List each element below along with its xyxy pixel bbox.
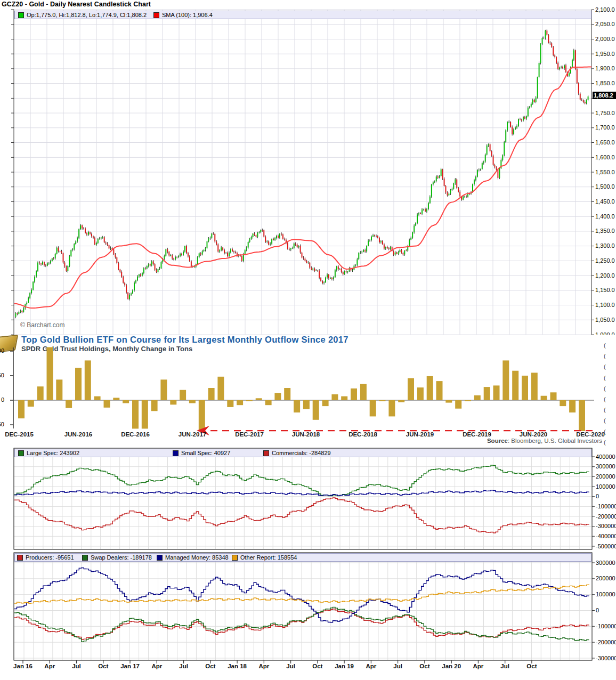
commercials-swatch-icon (263, 450, 269, 456)
price-axis-label: 1,400.0 (595, 213, 615, 220)
cot-x-label: Jan 16 (13, 663, 33, 669)
small-spec-label: Small Spec: 40927 (181, 450, 230, 456)
etf-right-axis-glyph: ( (604, 375, 606, 381)
price-axis-label: 1,550.0 (595, 169, 615, 176)
cot-y-label: 400000 (596, 454, 615, 460)
cot-legacy-legend: Large Spec: 243902 Small Spec: 40927 Com… (14, 449, 591, 457)
cot-x-label: Jul (500, 663, 509, 669)
cot-y-label: -100000 (596, 623, 616, 630)
small-spec-swatch-icon (173, 450, 179, 456)
etf-right-axis-glyph: ( (604, 385, 606, 392)
legend-large-spec: Large Spec: 243902 (18, 450, 79, 456)
etf-right-axis-glyph: ( (604, 396, 606, 402)
ohlc-swatch-icon (18, 12, 24, 18)
cot-x-label: Jul (72, 663, 81, 669)
cot-x-label: Jul (393, 663, 402, 669)
swap-dealers-label: Swap Dealers: -189178 (91, 554, 152, 561)
price-axis-label: 1,500.0 (595, 183, 615, 190)
cot-y-label: 0 (596, 493, 599, 500)
chart-candlestick: GCZ20 - Gold - Daily Nearest Candlestick… (0, 0, 616, 335)
price-axis-label: 1,700.0 (595, 124, 615, 131)
legend-producers: Producers: -95651 (17, 554, 74, 561)
cot-y-label: 200000 (596, 575, 615, 582)
legend-ohlc: Op:1,775.0, Hi:1,812.8, Lo:1,774.9, Cl:1… (18, 12, 147, 18)
cot-y-label: -200000 (596, 639, 616, 646)
legend-other-report: Other Report: 158554 (232, 554, 297, 561)
etf-x-label: JUN-2019 (406, 431, 434, 438)
sma-swatch-icon (153, 12, 159, 18)
cot-x-label: Jan 20 (442, 663, 461, 669)
price-axis-label: 1,450.0 (595, 198, 615, 205)
etf-right-axis-glyph: ( (604, 407, 606, 413)
last-price-tag: 1,808.2 (593, 92, 616, 99)
price-axis-label: 1,600.0 (595, 154, 615, 161)
producers-swatch-icon (17, 555, 23, 561)
cot-y-label: 100000 (596, 591, 615, 598)
legend-ohlc-label: Op:1,775.0, Hi:1,812.8, Lo:1,774.9, Cl:1… (27, 12, 147, 18)
price-axis-label: 1,200.0 (595, 272, 615, 279)
cot-x-label: Jul (179, 663, 188, 669)
cot-x-label: Oct (98, 663, 108, 669)
price-axis-label: 1,050.0 (595, 317, 615, 323)
price-axis-label: 1,250.0 (595, 257, 615, 264)
barchart-watermark: © Barchart.com (20, 321, 65, 329)
producers-label: Producers: -95651 (26, 554, 74, 561)
etf-x-label: JUN-2018 (292, 431, 320, 438)
etf-x-label: DEC-2019 (463, 431, 491, 438)
source-note: Source: Bloomberg, U.S. Global Investors (487, 438, 602, 444)
cot-y-label: 300000 (596, 560, 615, 566)
cot-x-label: Apr (258, 663, 269, 669)
price-axis-label: 1,900.0 (595, 65, 615, 72)
other-report-label: Other Report: 158554 (240, 554, 297, 561)
etf-right-axis-glyph: ( (604, 342, 606, 349)
price-axis-label: 1,150.0 (595, 287, 615, 294)
cot-y-label: -200000 (596, 513, 616, 520)
legend-sma-label: SMA (100): 1,906.4 (162, 12, 213, 18)
etf-right-axis-glyph: ( (604, 428, 606, 435)
cot-x-label: Apr (151, 663, 162, 669)
cot-x-label: Jul (286, 663, 295, 669)
cot-x-label: Oct (312, 663, 322, 669)
cot-y-label: 100000 (596, 483, 615, 490)
price-axis-label: 1,350.0 (595, 228, 615, 234)
cot-y-label: 0 (596, 607, 599, 614)
etf-right-axis-glyph: ( (604, 439, 606, 446)
other-report-swatch-icon (232, 555, 238, 561)
cot-y-label: -400000 (596, 533, 616, 540)
cot-y-label: 300000 (596, 463, 615, 470)
cot-x-label: Jan 19 (335, 663, 354, 669)
cot-y-label: -100000 (596, 503, 616, 510)
etf-y-label-clipped: 0 (0, 396, 4, 403)
cot-x-label: Apr (473, 663, 484, 669)
gold-charts-composite: GCZ20 - Gold - Daily Nearest Candlestick… (0, 0, 616, 680)
etf-y-label-clipped: -50 (0, 421, 4, 428)
cot-y-label: -300000 (596, 523, 616, 530)
price-axis-label: 1,850.0 (595, 80, 615, 87)
etf-right-axis-glyph: ( (604, 417, 606, 424)
legend-swap-dealers: Swap Dealers: -189178 (82, 554, 152, 561)
chart-cot-legacy: Large Spec: 243902 Small Spec: 40927 Com… (0, 448, 616, 552)
etf-y-label-clipped: 50 (0, 372, 4, 379)
cot-x-label: Oct (205, 663, 215, 669)
legend-sma: SMA (100): 1,906.4 (153, 12, 213, 18)
swap-dealers-swatch-icon (82, 555, 88, 561)
cot-y-label: -300000 (596, 655, 616, 662)
price-axis-label: 1,300.0 (595, 242, 615, 249)
etf-x-label: DEC-2017 (235, 431, 264, 438)
legend-managed-money: Managed Money: 85348 (157, 554, 229, 561)
chart-cot-disaggregated: Producers: -95651 Swap Dealers: -189178 … (0, 552, 616, 680)
managed-money-swatch-icon (157, 555, 163, 561)
cot-disagg-legend: Producers: -95651 Swap Dealers: -189178 … (14, 553, 591, 562)
chart-etf-flows: Top Gold Bullion ETF on Course for Its L… (0, 335, 616, 448)
cot-y-label: -500000 (596, 543, 616, 550)
etf-x-label: JUN-2017 (179, 431, 206, 438)
large-spec-label: Large Spec: 243902 (27, 450, 79, 456)
cot-x-label: Apr (366, 663, 376, 669)
price-axis-label: 1,100.0 (595, 302, 615, 309)
price-axis-label: 2,000.0 (595, 36, 615, 43)
price-axis-label: 2,100.0 (595, 6, 615, 13)
price-axis-label: 2,050.0 (595, 21, 615, 28)
etf-x-label: DEC-2015 (5, 431, 34, 438)
price-axis-label: 1,950.0 (595, 51, 615, 58)
source-label: Source (487, 438, 508, 444)
